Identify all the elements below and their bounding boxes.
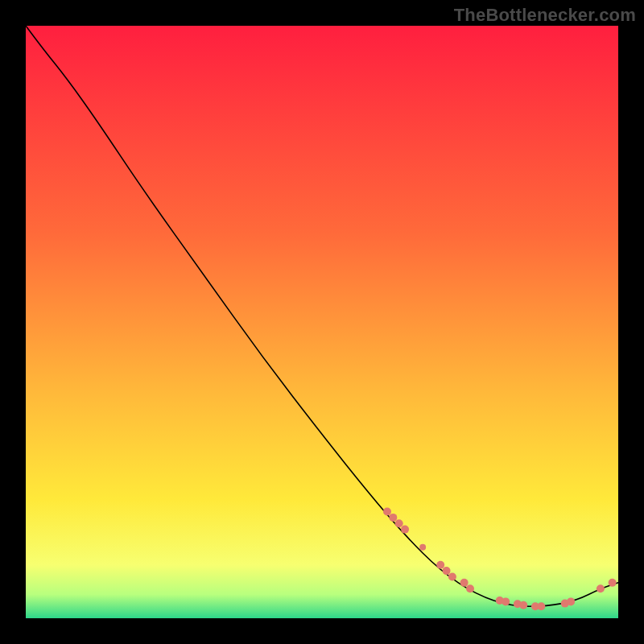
watermark-text: TheBottlenecker.com — [454, 5, 636, 26]
curve-marker — [466, 584, 474, 592]
curve-marker — [460, 579, 469, 587]
curve-marker — [567, 597, 575, 605]
curve-marker — [419, 544, 426, 551]
curve-markers — [383, 508, 617, 611]
curve-marker — [609, 579, 617, 587]
curve-marker — [436, 561, 444, 569]
chart-root: TheBottlenecker.com — [0, 0, 644, 644]
curve-marker — [537, 602, 545, 610]
curve-marker — [502, 597, 510, 605]
curve-marker — [383, 508, 391, 516]
curve-marker — [389, 514, 397, 522]
bottleneck-curve — [26, 26, 618, 606]
curve-marker — [448, 572, 456, 580]
chart-svg — [26, 26, 618, 618]
curve-marker — [443, 567, 451, 575]
curve-marker — [519, 601, 527, 609]
curve-marker — [597, 584, 605, 592]
plot-area — [26, 26, 618, 618]
curve-marker — [401, 526, 409, 534]
curve-marker — [395, 519, 403, 527]
